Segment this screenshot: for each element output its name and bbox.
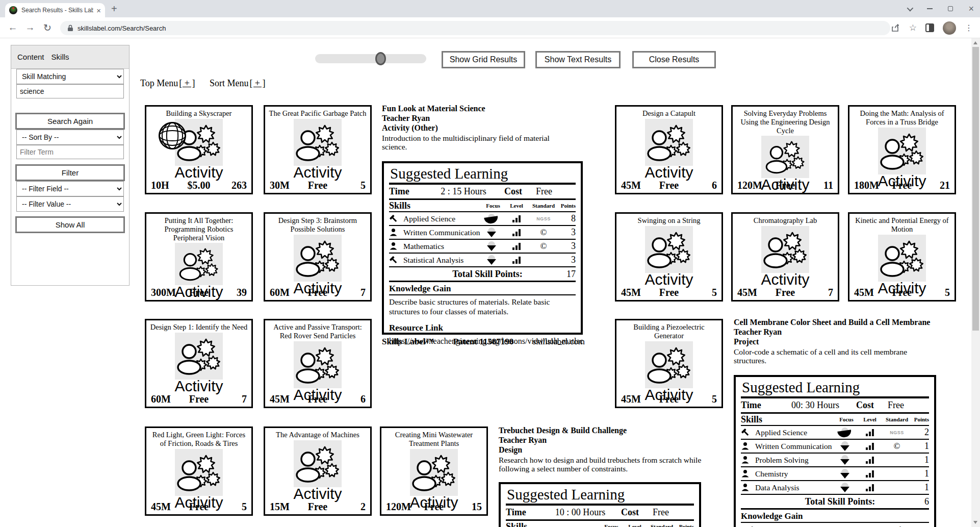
card-type-label: Activity <box>644 164 693 181</box>
vertical-scrollbar[interactable] <box>971 38 980 527</box>
reload-icon[interactable]: ↻ <box>39 22 56 34</box>
top-menu-expander[interactable]: [ + ] <box>179 78 195 88</box>
activity-card[interactable]: Design a Catapult Activity 45M Free 6 <box>615 105 723 194</box>
skill-points: 2 <box>913 427 929 438</box>
activity-card[interactable]: Putting It All Together: Programming Rob… <box>145 212 253 302</box>
window-close-button[interactable]: × <box>968 4 974 13</box>
sidebar-tab-content[interactable]: Content <box>17 53 44 61</box>
skill-type-icon <box>389 256 398 264</box>
card-cost: Free <box>183 393 215 405</box>
time-label: Time <box>741 400 775 411</box>
activity-card[interactable]: Swinging on a String Activity 45M Free 5 <box>615 212 723 302</box>
activity-card[interactable]: Solving Everyday Problems Using the Engi… <box>731 105 839 194</box>
skill-points: 1 <box>913 455 929 465</box>
activity-card[interactable]: Doing the Math: Analysis of Forces in a … <box>848 105 956 194</box>
filter-button[interactable]: Filter <box>15 164 125 181</box>
profile-avatar[interactable] <box>943 21 956 35</box>
card-time: 45M <box>621 180 653 191</box>
filter-value-select[interactable]: -- Filter Value -- <box>16 196 124 212</box>
card-time: 45M <box>854 287 886 298</box>
card-title: Design a Catapult <box>640 107 698 118</box>
back-icon[interactable]: ← <box>4 22 21 33</box>
level-bars-icon <box>505 215 528 222</box>
filter-term-input[interactable] <box>16 145 124 159</box>
resource-link-label: Resource Link <box>389 321 576 335</box>
resource-url[interactable]: https://www.teachengineering.org/lessons… <box>389 335 576 346</box>
card-stats: 45M Free 6 <box>616 180 721 191</box>
side-panel-icon[interactable] <box>925 23 934 32</box>
activity-card[interactable]: Design Step 3: Brainstorm Possible Solut… <box>264 212 372 302</box>
search-type-select[interactable]: Skill Matching <box>16 69 124 84</box>
card-title: Solving Everyday Problems Using the Engi… <box>733 107 838 135</box>
tab-close-icon[interactable]: × <box>96 6 101 15</box>
activity-card[interactable]: Creating Mini Wastewater Treatment Plant… <box>380 426 488 516</box>
url-bar[interactable]: skillslabel.com/Search/Search <box>60 21 890 35</box>
card-cost: Free <box>302 287 334 298</box>
activity-card[interactable]: Building a Piezoelectric Generator Activ… <box>615 319 723 408</box>
activity-card[interactable]: Design Step 1: Identify the Need Activit… <box>145 319 253 408</box>
focus-icon <box>483 255 503 265</box>
person-gears-icon <box>645 119 693 166</box>
card-stats: 60M Free 7 <box>146 393 251 405</box>
card-time: 45M <box>621 287 653 298</box>
browser-titlebar: Search Results - Skills Label × + × <box>0 0 980 17</box>
menu-dots-icon[interactable]: ⋮ <box>965 23 973 33</box>
cost-value: Free <box>653 507 694 518</box>
card-title: Building a Piezoelectric Generator <box>616 320 721 340</box>
sort-by-select[interactable]: -- Sort By -- <box>16 130 124 145</box>
card-stats: 10H $5.00 263 <box>146 180 251 191</box>
skill-row: Problem Solving 1 <box>741 454 929 467</box>
sort-menu-expander[interactable]: [ + ] <box>249 78 265 88</box>
card-cost: Free <box>418 501 450 513</box>
new-tab-button[interactable]: + <box>111 3 117 15</box>
activity-card[interactable]: The Great Pacific Garbage Patch Activity… <box>264 105 372 194</box>
activity-card[interactable]: Building a Skyscraper Activity 10H $5.00… <box>145 105 253 194</box>
show-grid-results-button[interactable]: Show Grid Results <box>442 51 525 68</box>
zoom-slider-track[interactable] <box>315 54 426 63</box>
activity-card[interactable]: The Advantage of Machines Activity 15M F… <box>264 426 372 516</box>
activity-card[interactable]: Kinetic and Potential Energy of Motion A… <box>848 212 956 302</box>
skills-label: Skills <box>506 521 599 527</box>
restore-button[interactable] <box>948 6 953 11</box>
knowledge-gain-text: Define the relationship between the stru… <box>741 523 929 527</box>
activity-card[interactable]: Chromatography Lab Activity 45M Free 7 <box>731 212 839 302</box>
forward-icon[interactable]: → <box>21 22 39 33</box>
card-time: 60M <box>270 287 302 298</box>
zoom-slider-thumb[interactable] <box>375 52 386 65</box>
time-label: Time <box>389 186 423 197</box>
activity-card[interactable]: Active and Passive Transport: Red Rover … <box>264 319 372 408</box>
knowledge-gain-text: Describe basic structures of materials. … <box>389 295 576 321</box>
bookmark-star-icon[interactable]: ☆ <box>909 22 917 33</box>
col-level: Level <box>859 416 881 422</box>
card-time: 10H <box>151 180 183 191</box>
scroll-up-icon[interactable] <box>973 41 977 44</box>
search-again-button[interactable]: Search Again <box>15 113 125 130</box>
card-points: 21 <box>918 180 950 191</box>
filter-field-select[interactable]: -- Filter Field -- <box>16 181 124 196</box>
col-points: Points <box>913 416 929 422</box>
card-points: 5 <box>333 180 366 191</box>
window-chevron-icon[interactable] <box>907 5 914 11</box>
minimize-button[interactable] <box>927 8 933 9</box>
activity-card[interactable]: Red Light, Green Light: Forces of Fricti… <box>145 426 253 516</box>
scroll-down-icon[interactable] <box>973 521 977 524</box>
card-type-label: Activity <box>293 485 342 502</box>
show-text-results-button[interactable]: Show Text Results <box>535 51 621 68</box>
col-focus: Focus <box>481 203 505 209</box>
detail-type: Design <box>499 445 705 455</box>
search-input[interactable] <box>16 84 124 98</box>
show-all-button[interactable]: Show All <box>15 216 125 233</box>
card-points: 15 <box>450 501 482 513</box>
sidebar-tab-skills[interactable]: Skills <box>51 53 69 61</box>
close-results-button[interactable]: Close Results <box>632 51 716 68</box>
col-focus: Focus <box>834 416 859 422</box>
total-label: Total Skill Points: <box>741 496 909 507</box>
share-icon[interactable] <box>891 24 900 32</box>
globe-icon <box>158 121 187 150</box>
person-gears-icon <box>294 235 342 282</box>
scrollbar-thumb[interactable] <box>972 47 979 331</box>
suggested-learning-panel-1: Suggested Learning Time 2 : 15 Hours Cos… <box>382 161 583 335</box>
skill-name: Written Communication <box>402 228 481 237</box>
level-bars-icon <box>505 257 528 264</box>
browser-tab[interactable]: Search Results - Skills Label × <box>5 3 105 17</box>
